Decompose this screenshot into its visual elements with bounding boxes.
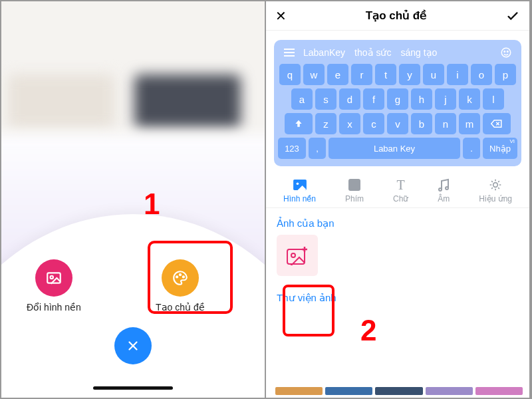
tab-background[interactable]: Hình nền [283,177,316,203]
lang-badge: VI [509,138,515,144]
svg-point-12 [446,187,448,190]
suggestion-word[interactable]: LabanKey [303,47,345,58]
key[interactable]: l [483,88,504,110]
svg-point-13 [493,183,498,188]
key[interactable]: d [339,88,360,110]
key[interactable]: n [435,113,456,134]
svg-point-1 [50,276,53,279]
brightness-icon [479,177,512,193]
tab-keys[interactable]: Phím [345,177,364,203]
section-library: Thư viện ảnh [266,276,529,309]
svg-rect-14 [287,249,305,264]
blur-thumb [8,74,114,128]
palette-icon [162,259,199,297]
svg-point-7 [507,51,509,53]
key[interactable]: g [387,88,408,110]
key[interactable]: f [363,88,384,110]
svg-point-9 [296,182,299,185]
key[interactable]: q [279,64,301,85]
square-icon [345,177,364,193]
svg-point-11 [439,188,442,191]
keyboard-preview: LabanKey thoả sức sáng tạo q w e r t y u… [274,40,521,166]
svg-point-2 [176,276,178,277]
key[interactable]: h [411,88,432,110]
image-icon [283,177,316,193]
home-indicator [93,386,173,390]
step-number-2: 2 [360,314,376,347]
svg-rect-10 [348,179,360,191]
screenshot-left: Đổi hình nền Tạo chủ đề 1 [1,1,266,398]
key[interactable]: p [495,64,516,85]
key[interactable]: b [411,113,432,134]
numeric-key[interactable]: 123 [278,138,306,159]
key[interactable]: y [399,64,420,85]
close-button[interactable] [114,327,152,364]
comma-key[interactable]: , [309,138,326,159]
change-background-option[interactable]: Đổi hình nền [27,259,81,313]
page-title: Tạo chủ đề [366,9,426,23]
key[interactable]: k [459,88,480,110]
space-key[interactable]: Laban Key [329,138,460,159]
menu-icon[interactable] [282,48,297,57]
svg-point-6 [504,51,505,53]
key[interactable]: o [471,64,492,85]
tab-effects[interactable]: Hiệu ứng [479,177,512,203]
key[interactable]: v [387,113,408,134]
editor-tabs: Hình nền Phím T Chữ Âm [266,172,529,208]
suggestion-word[interactable]: sáng tạo [400,47,437,58]
option-label: Tạo chủ đề [156,302,205,313]
backspace-key[interactable] [483,113,511,134]
key[interactable]: c [363,113,384,134]
svg-point-5 [501,48,511,57]
key-row: a s d f g h j k l [278,88,517,110]
key[interactable]: r [351,64,372,85]
suggestion-bar: LabanKey thoả sức sáng tạo [278,45,517,64]
suggestion-word[interactable]: thoả sức [354,47,391,58]
svg-point-4 [183,276,184,277]
key[interactable]: i [447,64,468,85]
tab-sound[interactable]: Âm [438,177,450,203]
close-icon[interactable]: ✕ [275,8,287,24]
option-label: Đổi hình nền [27,302,81,313]
screenshot-right: ✕ Tạo chủ đề LabanKey thoả sức sáng tạo [266,1,531,398]
period-key[interactable]: . [463,138,480,159]
key[interactable]: e [327,64,348,85]
add-photo-button[interactable] [277,235,318,276]
key[interactable]: s [315,88,336,110]
svg-point-15 [291,253,295,257]
key[interactable]: z [315,113,336,134]
shift-key[interactable] [285,113,313,134]
library-thumbs-peek [275,387,523,395]
create-theme-option[interactable]: Tạo chủ đề [156,259,205,313]
key[interactable]: x [339,113,360,134]
blur-thumb [134,74,241,128]
image-icon [35,259,72,297]
key-row: z x c v b n m [278,113,517,134]
svg-point-3 [180,274,181,275]
key[interactable]: u [423,64,444,85]
text-icon: T [393,177,408,193]
key[interactable]: m [459,113,480,134]
enter-key[interactable]: VI Nhập [483,138,517,159]
key[interactable]: w [303,64,325,85]
key[interactable]: t [375,64,396,85]
confirm-icon[interactable] [505,9,520,23]
key[interactable]: j [435,88,456,110]
key[interactable]: a [291,88,313,110]
key-row: q w e r t y u i o p [278,64,517,85]
editor-header: ✕ Tạo chủ đề [266,1,529,31]
emoji-icon[interactable] [499,47,513,59]
step-number-1: 1 [144,188,160,221]
key-row: 123 , Laban Key . VI Nhập [278,138,517,159]
tab-text[interactable]: T Chữ [393,177,408,203]
music-icon [438,177,450,193]
section-your-photos: Ảnh của bạn [266,208,529,235]
